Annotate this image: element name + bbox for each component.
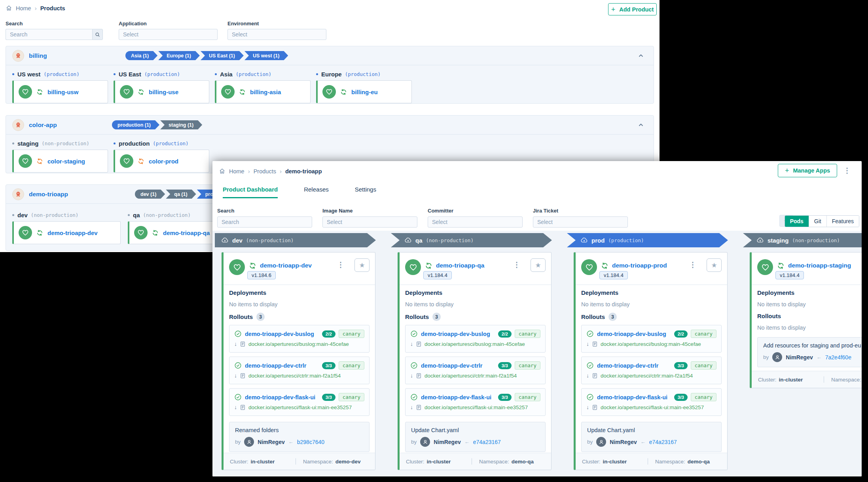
flow-badge[interactable]: Europe (1) — [158, 51, 200, 60]
collapse-chevron-up-icon[interactable] — [638, 122, 644, 128]
tab-releases[interactable]: Releases — [304, 186, 329, 198]
flow-badge[interactable]: qa (1) — [166, 190, 196, 199]
flow-badge[interactable]: dev (1) — [135, 190, 165, 199]
rollout-row[interactable]: demo-trioapp-dev-ctrlr 3/3 canary ↓ dock… — [405, 357, 546, 384]
flow-badge[interactable]: Asia (1) — [125, 51, 157, 60]
window-kebab-menu-icon[interactable]: ⋮ — [843, 167, 851, 174]
image-tag[interactable]: docker.io/aperturesci/ctrlr:main-f2a1f54 — [601, 373, 693, 379]
application-select[interactable] — [119, 29, 218, 40]
search-icon[interactable] — [92, 29, 103, 40]
app-link[interactable]: color-staging — [47, 158, 85, 165]
rollouts-heading: Rollouts — [581, 313, 605, 320]
rollout-row[interactable]: demo-trioapp-dev-flask-ui 3/3 canary ↓ d… — [581, 388, 722, 416]
view-toggle-git[interactable]: Git — [809, 216, 826, 227]
tab-product-dashboard[interactable]: Product Dashboard — [223, 186, 278, 198]
image-tag[interactable]: docker.io/aperturesci/ctrlr:main-f2a1f54 — [248, 373, 341, 379]
view-toggle-features[interactable]: Features — [826, 216, 859, 227]
manage-apps-button[interactable]: + Manage Apps — [778, 164, 837, 177]
image-tag[interactable]: docker.io/aperturesci/buslog:main-45cefa… — [425, 341, 525, 347]
app-link[interactable]: demo-trioapp-staging — [788, 262, 851, 269]
search-input[interactable] — [217, 216, 312, 228]
environment-select[interactable] — [227, 29, 326, 40]
app-card[interactable]: color-staging — [12, 150, 108, 173]
card-kebab-menu-icon[interactable]: ⋮ — [337, 261, 344, 268]
rollout-link[interactable]: demo-trioapp-dev-buslog — [421, 331, 490, 337]
image-tag[interactable]: docker.io/aperturesci/ctrlr:main-f2a1f54 — [425, 373, 517, 379]
commit-hash-link[interactable]: b298c7640 — [297, 439, 324, 445]
rollout-link[interactable]: demo-trioapp-dev-ctrlr — [421, 362, 483, 369]
product-link-color-app[interactable]: color-app — [29, 121, 57, 129]
flow-badge[interactable]: US East (1) — [201, 51, 244, 60]
version-chip[interactable]: v1.184.4 — [599, 271, 628, 279]
app-link[interactable]: demo-trioapp-dev — [260, 262, 312, 269]
collapse-chevron-up-icon[interactable] — [638, 53, 644, 59]
app-card[interactable]: billing-use — [114, 80, 209, 103]
app-link[interactable]: demo-trioapp-qa — [163, 230, 210, 236]
app-link[interactable]: billing-usw — [47, 89, 78, 95]
app-link[interactable]: billing-use — [149, 89, 178, 95]
app-card[interactable]: billing-usw — [12, 80, 108, 103]
flow-badge[interactable]: staging (1) — [160, 120, 202, 129]
rollout-row[interactable]: demo-trioapp-dev-buslog 2/2 canary ↓ doc… — [229, 325, 370, 353]
add-product-button[interactable]: + Add Product — [608, 3, 657, 15]
rollout-link[interactable]: demo-trioapp-dev-ctrlr — [245, 362, 307, 369]
version-chip[interactable]: v1.184.4 — [423, 271, 452, 279]
app-link[interactable]: color-prod — [149, 158, 178, 165]
app-card[interactable]: billing-asia — [215, 80, 311, 103]
commit-hash-link[interactable]: e74a23167 — [649, 439, 677, 445]
product-link-demo-trioapp[interactable]: demo-trioapp — [29, 191, 68, 198]
breadcrumb-home[interactable]: Home — [229, 168, 244, 175]
image-tag[interactable]: docker.io/aperturesci/buslog:main-45cefa… — [248, 341, 349, 347]
rollout-link[interactable]: demo-trioapp-dev-flask-ui — [421, 394, 491, 400]
card-star-button[interactable]: ★ — [354, 258, 370, 272]
search-input[interactable] — [6, 29, 92, 40]
rollout-row[interactable]: demo-trioapp-dev-flask-ui 3/3 canary ↓ d… — [229, 388, 370, 416]
card-star-button[interactable]: ★ — [707, 258, 722, 272]
rollout-row[interactable]: demo-trioapp-dev-buslog 2/2 canary ↓ doc… — [405, 325, 546, 353]
rollout-link[interactable]: demo-trioapp-dev-flask-ui — [597, 394, 667, 400]
env-column: US west (production) billing-usw — [12, 71, 114, 103]
version-chip[interactable]: v1.184.6 — [247, 271, 276, 279]
app-link[interactable]: demo-trioapp-prod — [612, 262, 667, 269]
image-name-select[interactable] — [322, 216, 417, 228]
view-toggle-pods[interactable]: Pods — [785, 216, 809, 227]
rollout-row[interactable]: demo-trioapp-dev-ctrlr 3/3 canary ↓ dock… — [581, 357, 722, 384]
app-link[interactable]: billing-asia — [250, 89, 281, 95]
app-card[interactable]: demo-trioapp-dev — [12, 221, 121, 244]
image-tag[interactable]: docker.io/aperturesci/flask-ui:main-ee35… — [425, 404, 528, 410]
rollout-row[interactable]: demo-trioapp-dev-buslog 2/2 canary ↓ doc… — [581, 325, 722, 353]
rollout-row[interactable]: demo-trioapp-dev-ctrlr 3/3 canary ↓ dock… — [229, 357, 370, 384]
card-kebab-menu-icon[interactable]: ⋮ — [513, 261, 520, 268]
commit-hash-link[interactable]: e74a23167 — [473, 439, 501, 445]
view-toggle: Pods Git Features — [785, 215, 859, 227]
breadcrumb-home[interactable]: Home — [16, 5, 31, 11]
rollout-link[interactable]: demo-trioapp-dev-buslog — [245, 331, 314, 337]
app-link[interactable]: demo-trioapp-dev — [47, 230, 98, 236]
rollout-link[interactable]: demo-trioapp-dev-buslog — [597, 331, 666, 337]
commit-hash-link[interactable]: 7a2e4f60e — [825, 354, 851, 361]
product-link-billing[interactable]: billing — [29, 52, 47, 59]
app-link[interactable]: demo-trioapp-qa — [436, 262, 484, 269]
tab-settings[interactable]: Settings — [355, 186, 376, 198]
card-star-button[interactable]: ★ — [531, 258, 546, 272]
app-link[interactable]: billing-eu — [351, 89, 378, 95]
flow-badge[interactable]: production (1) — [112, 120, 159, 129]
version-chip[interactable]: v1.184.4 — [775, 271, 804, 279]
rollout-link[interactable]: demo-trioapp-dev-ctrlr — [597, 362, 659, 369]
rollout-row[interactable]: demo-trioapp-dev-flask-ui 3/3 canary ↓ d… — [405, 388, 546, 416]
env-bullet — [114, 142, 116, 144]
image-tag[interactable]: docker.io/aperturesci/flask-ui:main-ee35… — [248, 404, 352, 410]
image-tag[interactable]: docker.io/aperturesci/flask-ui:main-ee35… — [601, 404, 704, 410]
env-column: Asia (production) billing-asia — [215, 71, 316, 103]
breadcrumb-products[interactable]: Products — [254, 168, 276, 175]
jira-ticket-select[interactable] — [533, 216, 628, 228]
rollout-link[interactable]: demo-trioapp-dev-flask-ui — [245, 394, 315, 400]
card-kebab-menu-icon[interactable]: ⋮ — [689, 261, 696, 268]
app-card[interactable]: color-prod — [114, 150, 209, 173]
strategy-chip: canary — [515, 361, 540, 370]
flow-badge[interactable]: US west (1) — [244, 51, 288, 60]
committer-select[interactable] — [428, 216, 523, 228]
filter-environment: Environment — [227, 21, 326, 40]
image-tag[interactable]: docker.io/aperturesci/buslog:main-45cefa… — [601, 341, 701, 347]
app-card[interactable]: billing-eu — [316, 80, 412, 103]
